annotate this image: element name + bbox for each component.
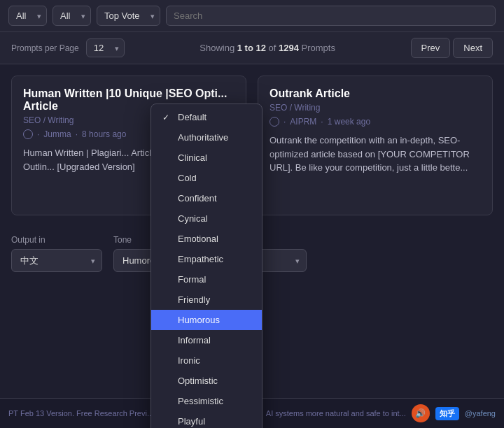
speaker-button[interactable]: 🔊	[412, 404, 430, 422]
dropdown-item-formal[interactable]: Formal	[151, 269, 262, 290]
filter-bar: All All Top Vote Latest Oldest	[0, 0, 504, 32]
filter2-wrapper: All	[52, 6, 91, 26]
dropdown-item-informal[interactable]: Informal	[151, 330, 262, 350]
next-button[interactable]: Next	[453, 38, 493, 58]
dropdown-item-default[interactable]: Default	[151, 107, 262, 127]
card-1-dot2: ·	[76, 129, 78, 139]
per-page-select[interactable]: 12 24 48	[86, 38, 125, 57]
globe-icon-1	[23, 129, 33, 139]
card-2[interactable]: Outrank Article SEO / Writing · AIPRM · …	[258, 76, 493, 215]
card-2-dot2: ·	[321, 117, 323, 127]
card-1-author: Jumma	[43, 129, 71, 139]
output-select[interactable]: 中文 English	[11, 249, 102, 272]
dropdown-item-confident[interactable]: Confident	[151, 188, 262, 208]
card-2-category: SEO / Writing	[270, 103, 481, 113]
per-page-wrapper: 12 24 48	[86, 38, 125, 57]
dropdown-item-humorous[interactable]: Humorous	[151, 310, 262, 330]
prev-button[interactable]: Prev	[411, 38, 451, 58]
showing-suffix: Prompts	[299, 43, 335, 53]
dropdown-item-optimistic[interactable]: Optimistic	[151, 371, 262, 391]
dropdown-item-ironic[interactable]: Ironic	[151, 350, 262, 371]
dropdown-item-friendly[interactable]: Friendly	[151, 290, 262, 310]
showing-of: of	[266, 43, 279, 53]
footer-right: AI systems more natural and safe to int.…	[266, 404, 496, 422]
footer-free: Free Research Previ...	[76, 409, 153, 418]
username: @yafeng	[465, 409, 496, 418]
dropdown-item-playful[interactable]: Playful	[151, 411, 262, 428]
showing-prefix: Showing	[200, 43, 237, 53]
card-2-title: Outrank Article	[270, 87, 481, 100]
card-2-time: 1 week ago	[328, 117, 370, 127]
card-2-desc: Outrank the competition with an in-depth…	[270, 134, 481, 175]
filter2-select[interactable]: All	[52, 6, 91, 26]
dropdown-item-empathetic[interactable]: Empathetic	[151, 249, 262, 269]
showing-count: 1294	[279, 43, 299, 53]
filter1-wrapper: All	[8, 6, 47, 26]
showing-text: Showing 1 to 12 of 1294 Prompts	[200, 43, 335, 53]
card-2-author: AIPRM	[290, 117, 316, 127]
sort-select[interactable]: Top Vote Latest Oldest	[97, 6, 160, 26]
output-group: Output in 中文 English	[11, 235, 102, 272]
card-2-dot: ·	[284, 117, 286, 127]
card-2-meta: · AIPRM · 1 week ago	[270, 117, 481, 127]
output-select-wrapper: 中文 English	[11, 249, 102, 272]
card-1-time: 8 hours ago	[82, 129, 126, 139]
dropdown-item-emotional[interactable]: Emotional	[151, 229, 262, 249]
dropdown-item-cold[interactable]: Cold	[151, 168, 262, 188]
globe-icon-2	[270, 117, 279, 127]
pagination: Prev Next	[411, 38, 493, 58]
dropdown-item-authoritative[interactable]: Authoritative	[151, 127, 262, 148]
zhihu-badge: 知乎	[435, 407, 459, 420]
footer-version: PT Feb 13 Version.	[8, 409, 74, 418]
filter1-select[interactable]: All	[8, 6, 47, 26]
per-page-group: Prompts per Page 12 24 48	[11, 38, 125, 57]
showing-range: 1 to 12	[237, 43, 266, 53]
sort-wrapper: Top Vote Latest Oldest	[97, 6, 160, 26]
dropdown-item-pessimistic[interactable]: Pessimistic	[151, 391, 262, 411]
speaker-icon: 🔊	[415, 408, 426, 418]
per-page-label: Prompts per Page	[11, 43, 79, 53]
search-input[interactable]	[166, 6, 496, 26]
dropdown-item-clinical[interactable]: Clinical	[151, 148, 262, 168]
output-label: Output in	[11, 235, 102, 245]
footer-ai-text: AI systems more natural and safe to int.…	[266, 409, 406, 418]
dropdown-item-cynical[interactable]: Cynical	[151, 208, 262, 229]
tone-dropdown: DefaultAuthoritativeClinicalColdConfiden…	[150, 104, 262, 428]
settings-bar: Prompts per Page 12 24 48 Showing 1 to 1…	[0, 32, 504, 64]
footer-left: PT Feb 13 Version. Free Research Previ..…	[8, 409, 153, 418]
card-1-dot: ·	[37, 129, 39, 139]
